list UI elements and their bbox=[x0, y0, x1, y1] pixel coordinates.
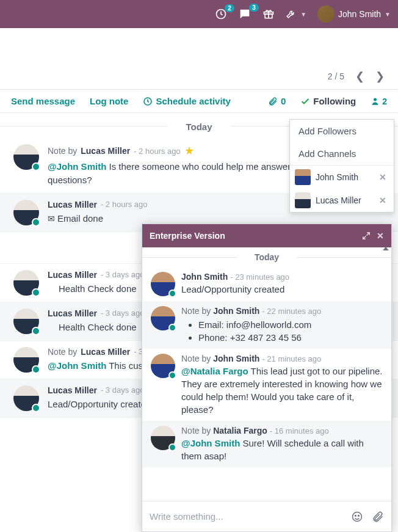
chat-author: John Smith bbox=[213, 306, 259, 316]
message-author: Lucas Miller bbox=[48, 270, 97, 280]
clock-icon bbox=[143, 97, 153, 106]
chat-author: Natalia Fargo bbox=[213, 426, 267, 435]
schedule-activity-link[interactable]: Schedule activity bbox=[143, 96, 231, 106]
compose-input[interactable] bbox=[150, 511, 342, 522]
note-prefix: Note by bbox=[181, 426, 213, 435]
message-author: Lucas Miller bbox=[48, 385, 97, 395]
message-text: Health Check done bbox=[59, 283, 137, 294]
person-icon bbox=[371, 97, 380, 106]
messages-badge: 3 bbox=[249, 4, 259, 12]
envelope-icon: ✉ bbox=[48, 214, 55, 224]
message-author: Lucas Miller bbox=[48, 308, 97, 318]
mention[interactable]: @John Smith bbox=[181, 438, 240, 448]
add-channels-option[interactable]: Add Channels bbox=[290, 142, 394, 165]
pager-text: 2 / 5 bbox=[328, 71, 344, 81]
note-prefix: Note by bbox=[181, 354, 213, 363]
pager: 2 / 5 ❮ ❯ bbox=[0, 70, 398, 89]
list-item: Phone: +32 487 23 45 56 bbox=[198, 331, 383, 344]
chat-author: John Smith bbox=[181, 272, 228, 282]
log-note-link[interactable]: Log note bbox=[90, 96, 128, 106]
remove-follower-icon[interactable]: ✕ bbox=[377, 195, 389, 205]
message-time: - 3 days ago bbox=[101, 308, 145, 318]
online-dot bbox=[32, 404, 40, 412]
user-menu[interactable]: John Smith ▼ bbox=[317, 5, 391, 23]
activity-badge: 2 bbox=[225, 4, 234, 12]
message-time: - 2 hours ago bbox=[134, 147, 181, 156]
message-author: Lucas Miller bbox=[48, 200, 97, 210]
chat-window: Enterprise Version ✕ Today John Smith- 2… bbox=[142, 224, 392, 532]
message-time: - 3 days ago bbox=[101, 270, 145, 279]
pager-prev[interactable]: ❮ bbox=[355, 70, 364, 83]
message-author: Lucas Miller bbox=[81, 146, 130, 156]
follower-name: John Smith bbox=[316, 172, 372, 182]
emoji-icon[interactable] bbox=[351, 511, 363, 523]
mention[interactable]: @Natalia Fargo bbox=[181, 366, 248, 376]
chat-message: John Smith- 23 minutes ago Lead/Opportun… bbox=[142, 267, 391, 301]
action-bar: Send message Log note Schedule activity … bbox=[0, 89, 398, 113]
mention[interactable]: @John Smith bbox=[48, 360, 106, 371]
messages-indicator[interactable]: 3 bbox=[238, 7, 251, 21]
message-text: Health Check done bbox=[59, 322, 137, 332]
remove-follower-icon[interactable]: ✕ bbox=[377, 172, 389, 182]
svg-point-5 bbox=[353, 512, 362, 521]
svg-point-4 bbox=[374, 98, 377, 101]
followers-count-button[interactable]: 2 bbox=[371, 97, 387, 106]
chat-compose bbox=[142, 501, 391, 531]
follower-row[interactable]: John Smith ✕ bbox=[290, 166, 394, 189]
caret-down-icon: ▼ bbox=[385, 11, 391, 18]
followers-popup: Add Followers Add Channels John Smith ✕ … bbox=[289, 119, 394, 213]
avatar bbox=[295, 169, 311, 185]
chat-message: Note by John Smith- 22 minutes ago Email… bbox=[142, 301, 391, 349]
online-dot bbox=[168, 443, 176, 451]
list-item: Email: info@helloworld.com bbox=[198, 318, 383, 331]
chat-message: Note by Natalia Fargo- 16 minutes ago @J… bbox=[142, 421, 391, 467]
online-dot bbox=[32, 288, 40, 297]
activity-indicator[interactable]: 2 bbox=[215, 8, 227, 20]
tools-menu[interactable]: ▼ bbox=[286, 9, 306, 20]
followers-count: 2 bbox=[382, 97, 387, 106]
online-dot bbox=[32, 162, 40, 171]
close-icon[interactable]: ✕ bbox=[377, 231, 384, 241]
following-button[interactable]: Following bbox=[300, 96, 356, 106]
chat-time: - 16 minutes ago bbox=[270, 426, 329, 435]
schedule-label: Schedule activity bbox=[156, 96, 231, 106]
note-prefix: Note by bbox=[48, 146, 77, 156]
gift-icon[interactable] bbox=[262, 8, 275, 20]
expand-icon[interactable] bbox=[362, 231, 371, 240]
chat-time: - 22 minutes ago bbox=[262, 307, 321, 316]
send-message-link[interactable]: Send message bbox=[11, 96, 75, 106]
add-followers-option[interactable]: Add Followers bbox=[290, 120, 394, 142]
follower-row[interactable]: Lucas Miller ✕ bbox=[290, 189, 394, 212]
message-time: - 3 days ago bbox=[101, 385, 145, 395]
follower-name: Lucas Miller bbox=[316, 195, 372, 205]
online-dot bbox=[168, 324, 176, 332]
chat-body[interactable]: Today John Smith- 23 minutes ago Lead/Op… bbox=[142, 247, 391, 501]
online-dot bbox=[32, 327, 40, 335]
note-prefix: Note by bbox=[48, 347, 77, 357]
paperclip-icon bbox=[268, 97, 278, 106]
message-author: Lucas Miller bbox=[81, 347, 130, 357]
chat-author: John Smith bbox=[213, 354, 259, 363]
online-dot bbox=[168, 371, 176, 379]
chat-text: Email: info@helloworld.com Phone: +32 48… bbox=[181, 318, 383, 344]
mention[interactable]: @John Smith bbox=[48, 161, 106, 172]
pager-next[interactable]: ❯ bbox=[375, 70, 385, 83]
gift-icon-svg bbox=[262, 8, 275, 20]
wrench-icon bbox=[286, 9, 297, 20]
chat-message: Note by John Smith- 21 minutes ago @Nata… bbox=[142, 349, 391, 421]
caret-down-icon: ▼ bbox=[300, 11, 306, 18]
message-time: - 2 hours ago bbox=[101, 200, 148, 209]
check-icon bbox=[300, 97, 310, 106]
svg-point-7 bbox=[358, 515, 360, 516]
chat-title: Enterprise Version bbox=[150, 231, 356, 241]
chat-time: - 23 minutes ago bbox=[230, 272, 289, 282]
attach-count: 0 bbox=[281, 96, 286, 106]
attachments-link[interactable]: 0 bbox=[268, 96, 286, 106]
online-dot bbox=[32, 365, 40, 374]
chat-header[interactable]: Enterprise Version ✕ bbox=[142, 224, 391, 247]
chat-date-separator: Today bbox=[142, 247, 391, 267]
chat-text: Lead/Opportunity created bbox=[181, 283, 383, 296]
chat-time: - 21 minutes ago bbox=[262, 354, 321, 363]
star-icon[interactable]: ★ bbox=[184, 144, 194, 158]
attach-icon[interactable] bbox=[372, 511, 384, 523]
